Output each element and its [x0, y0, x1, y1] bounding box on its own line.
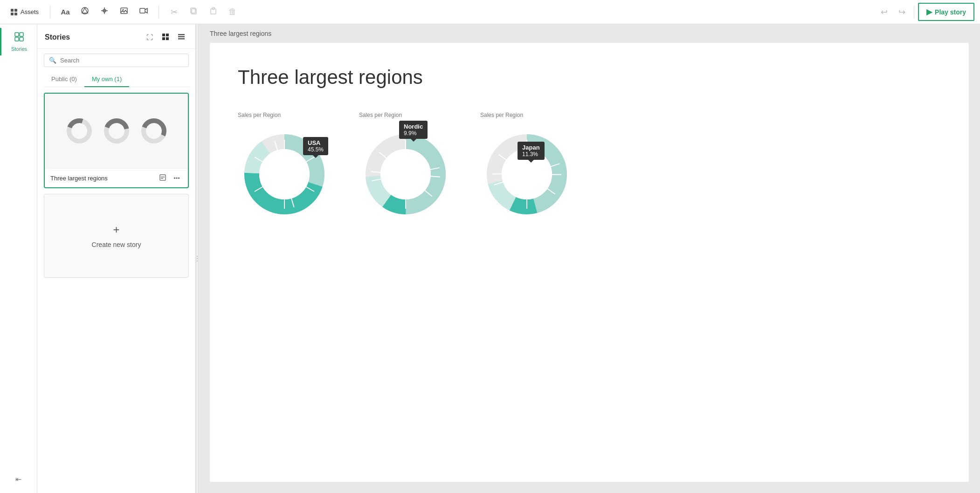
undo-icon: ↩ [881, 7, 888, 17]
collapse-icon: ⇤ [15, 475, 21, 484]
svg-rect-1 [14, 9, 17, 12]
expand-icon: ⛶ [146, 34, 153, 41]
tools-btn[interactable] [96, 4, 113, 21]
svg-rect-24 [178, 34, 185, 35]
image-tool-btn[interactable] [116, 4, 132, 21]
tab-public[interactable]: Public (0) [44, 72, 84, 87]
paste-btn[interactable] [205, 4, 221, 21]
tab-my-own-label: My own (1) [92, 75, 122, 82]
assets-button[interactable]: Assets [6, 6, 43, 19]
tooltip-japan: Japan 11.3% [518, 142, 545, 160]
assets-icon [10, 8, 18, 16]
image-tool-icon [120, 7, 128, 17]
svg-rect-21 [166, 34, 169, 36]
collapse-sidebar-btn[interactable]: ⇤ [0, 471, 37, 487]
media-tool-icon [139, 7, 148, 17]
stories-header-actions: ⛶ [143, 31, 188, 44]
story-card-actions: ••• [157, 172, 182, 184]
svg-rect-23 [166, 37, 169, 40]
search-input[interactable] [60, 57, 184, 64]
tooltip-nordic-value: 9.9% [404, 130, 423, 137]
copy-btn[interactable] [185, 4, 202, 21]
chart-nordic: Sales per Region [359, 112, 452, 221]
story-card-view-btn[interactable] [157, 172, 168, 184]
svg-rect-15 [212, 7, 214, 9]
donut-nordic-svg [359, 128, 452, 221]
search-box: 🔍 [44, 54, 189, 67]
toolbar-divider-2 [159, 6, 159, 19]
redo-icon: ↪ [898, 7, 905, 17]
donut-japan: Japan 11.3% [480, 128, 573, 221]
tooltip-nordic: Nordic 9.9% [399, 121, 428, 139]
stories-panel-header: Stories ⛶ [37, 24, 195, 49]
tooltip-japan-value: 11.3% [522, 151, 540, 157]
chart-usa-label: Sales per Region [238, 112, 281, 118]
svg-rect-11 [140, 8, 145, 13]
tab-public-label: Public (0) [51, 75, 77, 82]
svg-rect-26 [178, 38, 185, 40]
list-view-btn[interactable] [175, 31, 188, 44]
tooltip-usa: USA 45.5% [303, 137, 328, 155]
svg-rect-18 [15, 37, 19, 41]
svg-rect-25 [178, 36, 185, 37]
play-story-label: Play story [935, 8, 966, 16]
story-card-name: Three largest regions [50, 175, 108, 182]
stories-icon [14, 32, 24, 44]
text-tool-icon: Aa [61, 8, 69, 16]
stories-panel: Stories ⛶ 🔍 [37, 24, 196, 493]
search-icon: 🔍 [49, 57, 56, 64]
tab-my-own[interactable]: My own (1) [84, 72, 129, 87]
list-icon [178, 33, 185, 42]
canvas-content[interactable]: Three largest regions Sales per Region [210, 43, 969, 482]
tooltip-japan-label: Japan [522, 144, 540, 151]
media-tool-btn[interactable] [135, 4, 152, 21]
breadcrumb: Three largest regions [199, 24, 980, 43]
canvas-title: Three largest regions [210, 43, 969, 103]
undo-redo: ↩ ↪ [876, 4, 910, 21]
mini-chart-3 [140, 117, 168, 145]
delete-icon: 🗑 [228, 7, 237, 17]
svg-rect-35 [161, 178, 163, 179]
assets-sidebar: Stories ⇤ [0, 24, 37, 493]
svg-rect-3 [14, 13, 17, 15]
mini-chart-2 [103, 117, 131, 145]
tooltip-nordic-label: Nordic [404, 123, 423, 130]
svg-rect-33 [160, 175, 166, 180]
svg-rect-17 [20, 33, 23, 36]
shapes-tool-btn[interactable] [76, 4, 93, 21]
play-story-button[interactable]: ▶ Play story [918, 3, 974, 21]
tools-icon [100, 7, 109, 17]
redo-btn[interactable]: ↪ [893, 4, 910, 21]
expand-btn[interactable]: ⛶ [143, 31, 156, 44]
text-tool-btn[interactable]: Aa [57, 4, 74, 21]
cut-btn[interactable]: ✂ [166, 4, 182, 21]
stories-list: Three largest regions ••• [37, 87, 195, 493]
svg-rect-0 [11, 9, 14, 12]
svg-rect-9 [121, 8, 127, 14]
delete-btn[interactable]: 🗑 [224, 4, 241, 21]
sidebar-item-stories[interactable]: Stories [0, 28, 37, 55]
story-card-three-largest[interactable]: Three largest regions ••• [44, 93, 189, 188]
chart-japan: Sales per Region [480, 112, 573, 221]
tabs: Public (0) My own (1) [44, 72, 189, 87]
create-story-label: Create new story [92, 241, 141, 248]
story-card-preview [45, 94, 188, 168]
paste-icon [209, 7, 217, 17]
copy-icon [190, 7, 198, 17]
assets-label: Assets [21, 8, 39, 15]
toolbar-left: Assets Aa ✂ [6, 4, 241, 21]
toolbar: Assets Aa ✂ [0, 0, 980, 24]
toolbar-divider-3 [914, 6, 914, 19]
grid-view-btn[interactable] [159, 31, 172, 44]
chart-japan-label: Sales per Region [480, 112, 523, 118]
tooltip-usa-label: USA [308, 139, 324, 146]
toolbar-divider-1 [50, 6, 50, 19]
donut-usa: USA 45.5% [238, 128, 331, 221]
story-card-more-btn[interactable]: ••• [171, 172, 182, 184]
undo-btn[interactable]: ↩ [876, 4, 892, 21]
svg-rect-16 [15, 33, 19, 36]
create-story-card[interactable]: + Create new story [44, 194, 189, 278]
svg-marker-5 [82, 8, 88, 13]
more-icon: ••• [173, 175, 180, 182]
canvas-area: Three largest regions Three largest regi… [199, 24, 980, 493]
